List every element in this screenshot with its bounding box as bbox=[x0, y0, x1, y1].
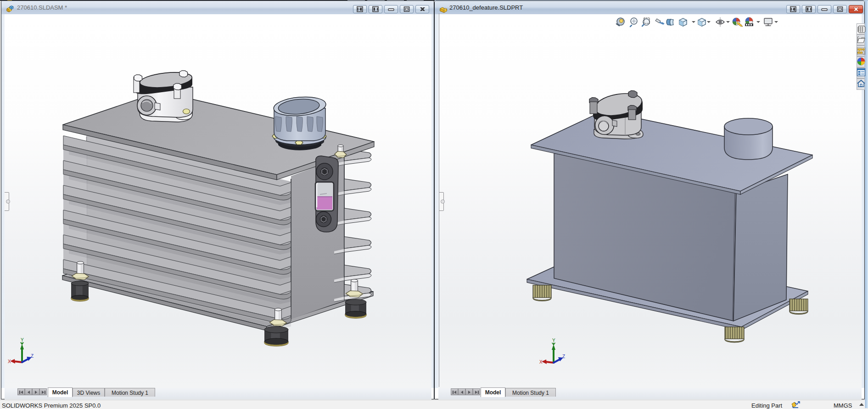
svg-text:Y: Y bbox=[21, 337, 24, 343]
svg-text:Z: Z bbox=[562, 354, 565, 359]
svg-text:X: X bbox=[8, 359, 11, 364]
svg-text:Z: Z bbox=[31, 354, 34, 359]
svg-text:X: X bbox=[539, 359, 543, 365]
svg-text:Y: Y bbox=[552, 338, 555, 343]
